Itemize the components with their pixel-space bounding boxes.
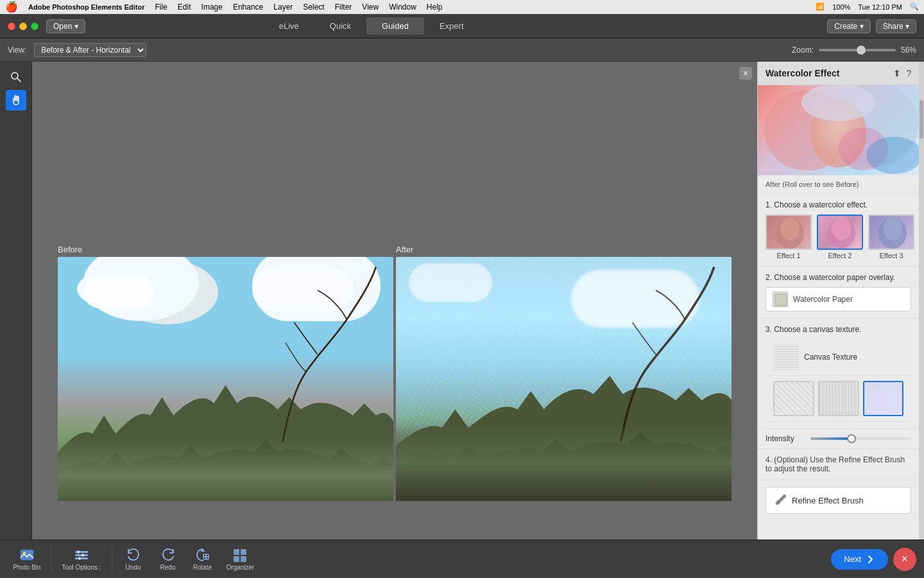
zoom-slider[interactable] <box>819 49 896 51</box>
photo-bin-button[interactable]: Photo Bin <box>8 545 46 574</box>
maximize-window-button[interactable] <box>31 22 38 30</box>
texture3-thumb[interactable] <box>863 381 904 416</box>
panel-upload-button[interactable]: ⬆ <box>893 68 901 78</box>
zoom-value: 56% <box>901 46 916 55</box>
intensity-label: Intensity <box>766 434 804 443</box>
open-button[interactable]: Open ▾ <box>46 19 85 33</box>
refine-brush-label: Refine Effect Brush <box>792 496 864 505</box>
menu-layer[interactable]: Layer <box>273 3 293 12</box>
menu-select[interactable]: Select <box>303 3 324 12</box>
svg-point-9 <box>780 217 800 240</box>
texture2-thumb[interactable] <box>818 381 859 416</box>
create-button[interactable]: Create ▾ <box>827 19 870 33</box>
view-select[interactable]: Before & After - Horizontal <box>34 43 146 57</box>
texture-name: Canvas Texture <box>804 353 857 362</box>
effect2-svg <box>818 216 863 250</box>
share-button[interactable]: Share ▾ <box>876 19 916 33</box>
search-tool-button[interactable] <box>6 67 26 87</box>
svg-point-23 <box>77 551 80 554</box>
clock: Tue 12:10 PM <box>858 3 902 11</box>
redo-label: Redo <box>160 564 176 571</box>
branch-after <box>597 257 732 452</box>
undo-label: Undo <box>126 564 141 571</box>
tool-options-label: Tool Options : <box>62 564 101 571</box>
svg-rect-14 <box>775 294 787 306</box>
menu-window[interactable]: Window <box>389 3 416 12</box>
close-window-button[interactable] <box>8 22 15 30</box>
panel-scrollbar[interactable] <box>919 62 924 539</box>
next-arrow-icon <box>865 554 875 565</box>
main-layout: × Before <box>0 62 924 539</box>
effect2-label: Effect 2 <box>828 252 851 259</box>
left-toolbar <box>0 62 32 539</box>
effect1-label: Effect 1 <box>776 252 800 259</box>
panel-scrollbar-thumb[interactable] <box>920 100 923 139</box>
battery-level: 100% <box>832 3 850 11</box>
right-panel-wrapper: Watercolor Effect ⬆ ? <box>757 62 924 539</box>
svg-rect-33 <box>241 556 246 562</box>
menubar: 🍎 Adobe Photoshop Elements Editor File E… <box>0 0 924 14</box>
menu-file[interactable]: File <box>155 3 167 12</box>
search-icon[interactable]: 🔍 <box>910 3 919 11</box>
view-label: View: <box>8 46 26 55</box>
watercolor-paper-button[interactable]: Watercolor Paper <box>766 287 911 311</box>
tab-quick[interactable]: Quick <box>314 17 366 35</box>
intensity-slider[interactable] <box>810 437 911 440</box>
texture1-thumb[interactable] <box>773 381 814 416</box>
branch-before <box>259 257 393 452</box>
svg-point-25 <box>78 557 81 560</box>
svg-point-24 <box>81 554 84 557</box>
redo-button[interactable]: Redo <box>152 545 184 574</box>
cancel-button[interactable]: × <box>893 548 916 571</box>
close-canvas-button[interactable]: × <box>739 67 752 80</box>
effect1-image <box>766 215 812 250</box>
menu-image[interactable]: Image <box>201 3 223 12</box>
right-panel-title: Watercolor Effect <box>766 68 839 78</box>
photo-bin-icon <box>19 547 35 563</box>
right-panel-icons: ⬆ ? <box>893 68 911 78</box>
menu-help[interactable]: Help <box>427 3 443 12</box>
titlebar-tabs: eLive Quick Guided Expert <box>264 17 479 35</box>
right-panel: Watercolor Effect ⬆ ? <box>757 62 919 539</box>
menu-edit[interactable]: Edit <box>178 3 191 12</box>
effect-thumbs: Effect 1 Effect 2 <box>766 215 911 259</box>
minimize-window-button[interactable] <box>19 22 27 30</box>
organizer-button[interactable]: Organizer <box>221 545 260 574</box>
brush-svg <box>774 493 787 505</box>
paper-label: Watercolor Paper <box>793 295 853 304</box>
after-panel: After <box>396 245 732 501</box>
undo-icon <box>126 547 141 563</box>
effect2-thumb[interactable]: Effect 2 <box>817 215 863 259</box>
preview-image <box>758 85 919 175</box>
svg-rect-32 <box>234 556 239 562</box>
panel-help-button[interactable]: ? <box>906 68 911 78</box>
hand-tool-button[interactable] <box>6 90 26 110</box>
bottom-divider-2 <box>112 547 112 572</box>
rotate-button[interactable]: Rotate <box>187 545 219 574</box>
paper-svg <box>773 292 789 308</box>
tab-expert[interactable]: Expert <box>424 17 479 35</box>
svg-line-1 <box>17 78 21 82</box>
canvas-area: × Before <box>32 62 757 539</box>
apple-menu[interactable]: 🍎 <box>5 1 18 13</box>
menu-enhance[interactable]: Enhance <box>233 3 263 12</box>
tool-options-button[interactable]: Tool Options : <box>56 545 106 574</box>
menu-filter[interactable]: Filter <box>335 3 352 12</box>
zoom-label: Zoom: <box>792 46 814 55</box>
tab-elive[interactable]: eLive <box>264 17 314 35</box>
cloud-2 <box>83 276 154 308</box>
bottom-bar: Photo Bin Tool Options : Undo Redo <box>0 539 924 578</box>
effect2-image <box>817 215 863 250</box>
before-image <box>58 257 393 501</box>
svg-rect-30 <box>234 549 239 555</box>
tab-guided[interactable]: Guided <box>366 17 424 35</box>
refine-brush-button[interactable]: Refine Effect Brush <box>766 487 911 514</box>
menu-view[interactable]: View <box>362 3 379 12</box>
cancel-icon: × <box>902 552 909 566</box>
before-after-container: Before <box>58 245 732 501</box>
effect3-thumb[interactable]: Effect 3 <box>868 215 914 259</box>
next-button[interactable]: Next <box>831 549 888 570</box>
effect1-thumb[interactable]: Effect 1 <box>766 215 812 259</box>
undo-button[interactable]: Undo <box>117 545 150 574</box>
viewbar: View: Before & After - Horizontal Zoom: … <box>0 39 924 62</box>
